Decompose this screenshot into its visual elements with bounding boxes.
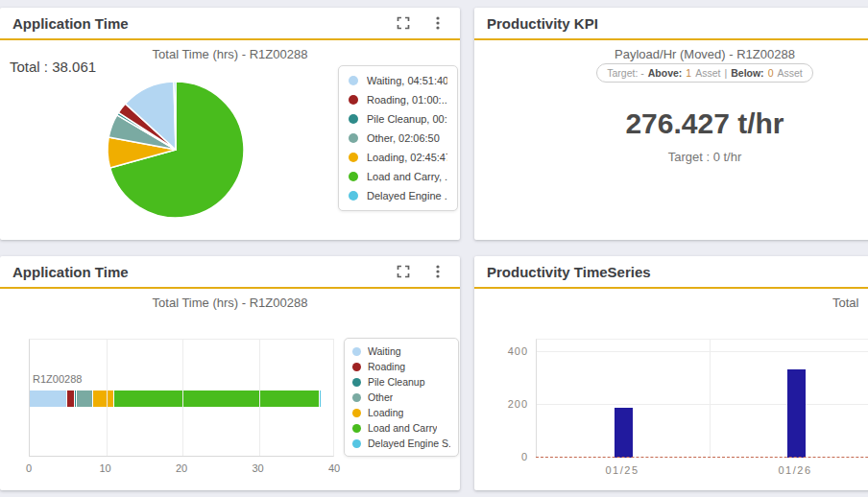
x-axis-tick-label: 10: [99, 462, 110, 474]
legend-swatch: [352, 378, 361, 387]
bar-segment-waiting[interactable]: [30, 390, 66, 407]
kebab-menu-icon[interactable]: [428, 13, 447, 33]
legend-swatch: [352, 363, 361, 371]
panel-application-time-bar: Application Time Total Time (hrs) - R1Z0…: [0, 256, 460, 490]
fullscreen-icon[interactable]: [394, 13, 413, 33]
legend-swatch: [349, 76, 358, 85]
panel-title: Application Time: [12, 15, 378, 32]
bar-segment-delayed-engine[interactable]: [320, 390, 322, 407]
y-axis-tick-label: 200: [490, 398, 528, 410]
legend-label: Load and Carry, ...: [367, 171, 447, 182]
ts-bar-01-26[interactable]: [787, 369, 806, 458]
pie-chart: [104, 78, 248, 222]
bar-chart-plot-area: [29, 339, 334, 457]
kpi-subtitle: Payload/Hr (Moved) - R1Z00288: [474, 47, 868, 61]
x-axis-tick-label: 0: [26, 462, 32, 474]
legend-swatch: [349, 95, 358, 105]
bar-segment-roading[interactable]: [67, 390, 74, 407]
legend-item-roading[interactable]: Roading, 01:00:...: [349, 94, 447, 106]
x-axis-tick-label: 01/26: [778, 464, 811, 476]
legend-swatch: [349, 153, 358, 162]
badge-separator: |: [724, 67, 727, 79]
gridline: [710, 340, 711, 458]
gridline: [537, 351, 868, 352]
legend-swatch: [352, 439, 361, 448]
gridline: [182, 340, 183, 456]
legend-label: Pile Cleanup: [368, 376, 425, 388]
legend-label: Loading: [368, 407, 403, 418]
panel-title: Application Time: [12, 264, 378, 280]
legend-item-loading[interactable]: Loading, 02:45:47: [349, 152, 447, 163]
legend-swatch: [352, 424, 361, 433]
badge-below-label: Below:: [731, 67, 763, 79]
legend-item-delayed-engine[interactable]: Delayed Engine ...: [349, 190, 447, 201]
legend-label: Delayed Engine S...: [368, 438, 450, 449]
legend-swatch: [352, 393, 361, 402]
panel-title: Productivity KPI: [487, 15, 868, 32]
badge-unit: Asset: [695, 67, 720, 79]
kpi-target-text: Target : 0 t/hr: [474, 150, 868, 164]
panel-title: Productivity TimeSeries: [487, 264, 868, 280]
legend-item-waiting[interactable]: Waiting, 04:51:40: [349, 75, 447, 86]
kebab-menu-icon[interactable]: [428, 262, 447, 281]
panel-application-time-pie: Application Time Total Time (hrs) - R1Z0…: [0, 8, 460, 240]
legend-label: Load and Carry: [368, 422, 437, 434]
legend-item-waiting[interactable]: Waiting: [352, 345, 450, 357]
panel-header: Application Time: [0, 8, 460, 40]
gridline: [537, 404, 868, 405]
legend-item-load-and-carry[interactable]: Load and Carry: [352, 422, 450, 434]
legend-label: Waiting: [368, 345, 401, 357]
panel-header: Application Time: [0, 256, 460, 289]
bar-legend: WaitingRoadingPile CleanupOtherLoadingLo…: [344, 338, 459, 457]
legend-item-load-and-carry[interactable]: Load and Carry, ...: [349, 171, 447, 182]
badge-below-value: 0: [768, 67, 774, 79]
legend-item-pile-cleanup[interactable]: Pile Cleanup: [352, 376, 450, 388]
legend-label: Other, 02:06:50: [367, 132, 440, 144]
pie-total-label: Total : 38.061: [10, 59, 96, 75]
bar-segment-other[interactable]: [77, 390, 92, 407]
legend-item-loading[interactable]: Loading: [352, 407, 450, 418]
legend-item-delayed-engine[interactable]: Delayed Engine S...: [352, 438, 450, 449]
y-axis-tick-label: 0: [490, 451, 528, 462]
legend-label: Delayed Engine ...: [367, 190, 447, 201]
stacked-bar: [30, 390, 322, 407]
x-axis-tick-label: 40: [328, 462, 340, 474]
ts-bar-01-25[interactable]: [615, 408, 633, 458]
legend-item-other[interactable]: Other: [352, 391, 450, 403]
kpi-value: 276.427 t/hr: [474, 107, 868, 140]
y-axis-tick-label: 400: [490, 345, 528, 357]
x-axis-tick-label: 20: [176, 462, 187, 474]
bar-segment-load-and-carry[interactable]: [114, 390, 319, 407]
pie-legend: Waiting, 04:51:40Roading, 01:00:...Pile …: [338, 65, 458, 211]
legend-label: Waiting, 04:51:40: [367, 75, 447, 86]
category-label: R1Z00288: [33, 373, 82, 385]
chart-subtitle: Total: [832, 296, 858, 310]
legend-label: Other: [368, 391, 393, 403]
target-line: [536, 457, 868, 458]
panel-header: Productivity TimeSeries: [474, 256, 868, 289]
target-badge: Target: - Above: 1 Asset | Below: 0 Asse…: [596, 63, 812, 83]
legend-label: Roading, 01:00:...: [367, 94, 447, 106]
legend-item-other[interactable]: Other, 02:06:50: [349, 132, 447, 144]
panel-productivity-kpi: Productivity KPI Payload/Hr (Moved) - R1…: [474, 8, 868, 240]
x-axis-tick-label: 30: [252, 462, 263, 474]
bar-segment-loading[interactable]: [93, 390, 113, 407]
gridline: [259, 340, 260, 456]
badge-target-label: Target: -: [607, 67, 644, 79]
badge-above-value: 1: [686, 67, 691, 79]
gridline: [107, 340, 108, 456]
fullscreen-icon[interactable]: [394, 262, 413, 281]
panel-header: Productivity KPI: [474, 8, 868, 40]
badge-unit: Asset: [777, 67, 802, 79]
badge-above-label: Above:: [648, 67, 683, 79]
x-axis-tick-label: 01/25: [605, 464, 639, 476]
legend-item-roading[interactable]: Roading: [352, 361, 450, 372]
legend-label: Pile Cleanup, 00:..: [367, 113, 447, 125]
legend-label: Loading, 02:45:47: [367, 152, 447, 163]
legend-item-pile-cleanup[interactable]: Pile Cleanup, 00:..: [349, 113, 447, 125]
legend-label: Roading: [368, 361, 405, 372]
legend-swatch: [349, 133, 358, 143]
column-chart-plot-area: [536, 339, 868, 458]
legend-swatch: [352, 409, 361, 417]
bar-segment-pile-cleanup[interactable]: [75, 390, 77, 407]
